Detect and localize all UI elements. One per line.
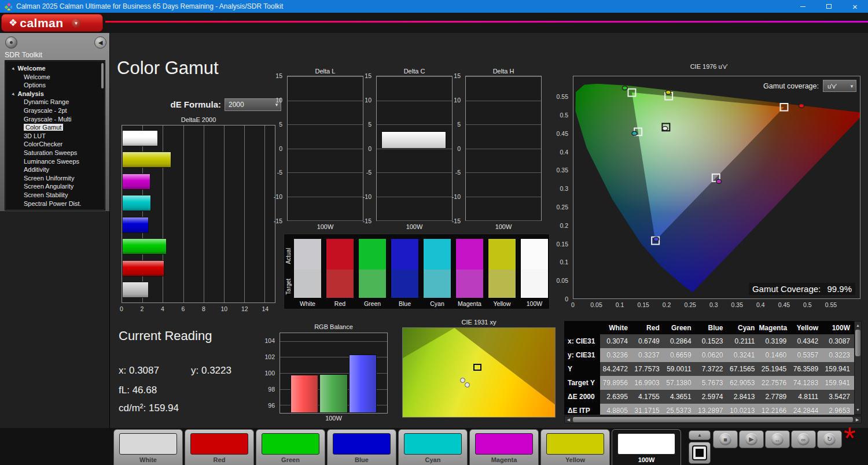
pattern-button-white[interactable]: White [113, 429, 183, 465]
sidebar-item-spectral-power-dist-[interactable]: Spectral Power Dist. [5, 200, 105, 208]
sidebar-item-color-gamut[interactable]: Color Gamut [5, 123, 105, 132]
table-cell: 62.9053 [727, 376, 759, 390]
table-cell: 2.6395 [600, 390, 632, 404]
delta-l-y-axis: 151050-5-10-15 [267, 76, 285, 221]
sidebar-item-grayscale-multi[interactable]: Grayscale - Multi [5, 115, 105, 124]
delta-c-chart [376, 76, 453, 221]
target-swatch [520, 270, 549, 298]
axis-tick-label: 98 [268, 386, 275, 393]
maximize-button[interactable] [816, 0, 842, 13]
chevron-down-icon: ▾ [75, 20, 78, 26]
rgb-balance-title: RGB Balance [279, 323, 388, 330]
sidebar-item-dynamic-range[interactable]: Dynamic Range [5, 98, 105, 106]
cie1931-title: CIE 1931 xy [402, 319, 556, 326]
pattern-button-blue[interactable]: Blue [327, 429, 396, 465]
pattern-button-100w[interactable]: 100W [612, 429, 681, 465]
actual-swatch [423, 238, 451, 270]
table-cell: 24.2844 [790, 404, 822, 415]
gamut-coverage-dropdown[interactable]: u'v' ▾ [823, 80, 856, 92]
pattern-button-yellow[interactable]: Yellow [540, 429, 610, 465]
pattern-window-size-button[interactable] [689, 442, 711, 464]
table-cell: 2.5974 [696, 390, 727, 404]
axis-tick-label: 5 [457, 121, 461, 128]
gamut-coverage-unit: u'v' [823, 83, 848, 90]
tree-expander-icon[interactable]: ▾ [10, 90, 18, 98]
sidebar-item-screen-stability[interactable]: Screen Stability [5, 191, 105, 200]
continuous-button[interactable]: ∞ [791, 430, 816, 448]
table-row-label: y: CIE31 [564, 348, 600, 362]
sidebar-item-welcome[interactable]: ▾Welcome [5, 64, 105, 73]
table-row-label: ΔE ITP [564, 404, 600, 415]
play-button[interactable]: ▶ [739, 430, 764, 448]
calman-menu-button[interactable]: ❖ calman ▾ [1, 14, 103, 32]
sidebar-item-3d-lut[interactable]: 3D LUT [5, 132, 105, 141]
table-cell: 0.3241 [727, 348, 759, 362]
actual-swatch [520, 238, 549, 270]
step-icon: ↔ [771, 433, 784, 445]
pattern-button-cyan[interactable]: Cyan [398, 429, 468, 465]
sidebar-item-colorchecker[interactable]: ColorChecker [5, 140, 105, 149]
table-cell: 2.9653 [822, 404, 854, 415]
tree-expander-icon[interactable]: ▾ [10, 65, 18, 73]
target-swatch [358, 270, 387, 298]
sidebar-item-analysis[interactable]: ▾Analysis [5, 90, 105, 98]
current-reading-fl: fL: 46.68 [119, 385, 157, 396]
table-cell: 0.6749 [632, 334, 664, 348]
table-cell: 57.1380 [664, 376, 696, 390]
stop-icon: ■ [719, 433, 731, 445]
pattern-button-red[interactable]: Red [185, 429, 254, 465]
sidebar-item-grayscale-2pt[interactable]: Grayscale - 2pt [5, 106, 105, 115]
target-row-label: Target [285, 275, 292, 298]
sidebar-item-label: Screen Angularity [24, 183, 73, 190]
continuous-icon: ∞ [797, 433, 810, 445]
table-row-label: Y [564, 362, 600, 376]
scroll-up-icon[interactable]: ▲ [855, 322, 861, 329]
pattern-window-collapse-button[interactable]: ▲ [689, 430, 711, 440]
axis-tick-label: -10 [363, 193, 372, 200]
axis-tick-label: -10 [274, 193, 282, 200]
sidebar-item-options[interactable]: Options [5, 81, 105, 90]
pattern-label: Magenta [470, 456, 538, 463]
minimize-button[interactable] [790, 0, 816, 13]
sidebar-item-screen-angularity[interactable]: Screen Angularity [5, 182, 105, 191]
sidebar-item-welcome[interactable]: Welcome [5, 73, 105, 82]
pattern-button-magenta[interactable]: Magenta [469, 429, 539, 465]
sidebar-item-additivity[interactable]: Additivity [5, 165, 105, 174]
sidebar-item-label: Color Gamut [24, 124, 63, 131]
pattern-color-chip [190, 433, 248, 455]
swatch-label: Cyan [423, 300, 451, 307]
measured-point-cyan [632, 131, 637, 135]
sidebar-item-saturation-sweeps[interactable]: Saturation Sweeps [5, 149, 105, 157]
page-title: Color Gamut [117, 58, 219, 79]
table-cell: 0.3223 [822, 348, 854, 362]
tree-scrollbar[interactable] [101, 63, 104, 88]
scroll-left-icon[interactable]: ◀ [565, 416, 572, 423]
close-button[interactable]: × [842, 0, 868, 13]
sidebar-item-screen-uniformity[interactable]: Screen Uniformity [5, 174, 105, 183]
workflow-orb-button[interactable] [5, 36, 17, 49]
table-cell: 0.3237 [632, 348, 664, 362]
cie1976-title: CIE 1976 u'v' [554, 63, 863, 70]
swatch-label: Green [358, 300, 387, 307]
table-cell: 4.1755 [632, 390, 664, 404]
sidebar-collapse-button[interactable]: ◀ [94, 36, 106, 49]
swatch-column-green: Green [358, 238, 387, 307]
axis-tick-label: 102 [264, 353, 275, 360]
table-cell: 0.1523 [696, 334, 727, 348]
stop-button[interactable]: ■ [713, 430, 738, 448]
refresh-button[interactable]: ↻ [817, 430, 842, 448]
swatch-label: Red [326, 300, 354, 307]
sidebar-item-luminance-sweeps[interactable]: Luminance Sweeps [5, 157, 105, 166]
scroll-down-icon[interactable]: ▼ [855, 407, 861, 414]
step-button[interactable]: ↔ [765, 430, 790, 448]
swatch-column-100w: 100W [520, 238, 549, 307]
pattern-button-green[interactable]: Green [256, 429, 325, 465]
pattern-color-chip [475, 433, 533, 455]
sidebar-title: SDR Toolkit [5, 51, 42, 59]
table-cell: 0.0620 [696, 348, 727, 362]
table-vertical-scrollbar[interactable]: ▲ ▼ [854, 321, 862, 415]
target-swatch [455, 270, 484, 298]
table-horizontal-scrollbar[interactable]: ◀ ▶ [564, 416, 862, 423]
pattern-indicator-asterisk: * [844, 420, 856, 456]
axis-tick-label: -5 [455, 169, 461, 176]
